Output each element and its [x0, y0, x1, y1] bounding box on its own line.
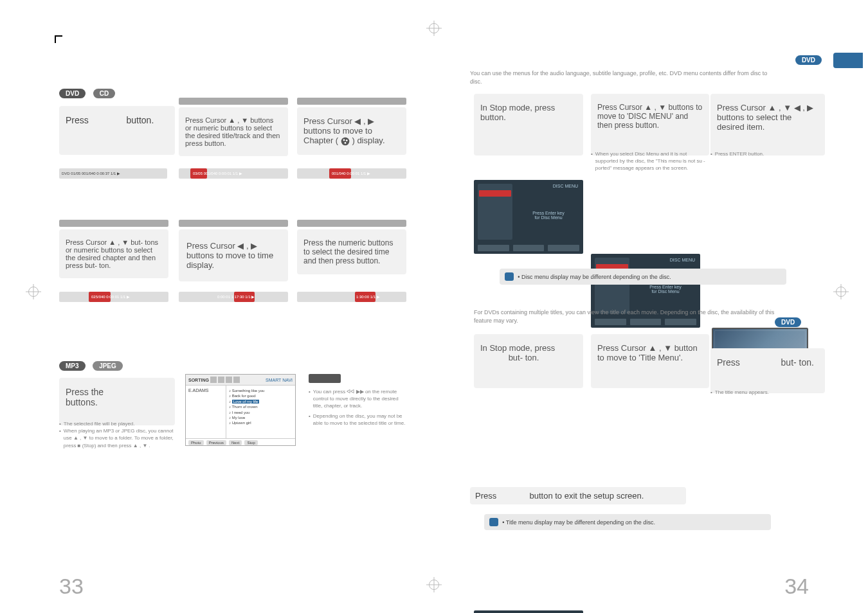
browser-songs: ♪ Something like you ♪ Back for good ♪ L… — [226, 386, 295, 438]
step5-box: Press Cursor ◀ , ▶ buttons to move to ti… — [179, 229, 288, 281]
notice-titlemenu: • Title menu display may be different de… — [484, 514, 771, 530]
title-intro: For DVDs containing multiple titles, you… — [474, 308, 776, 324]
step4-header — [59, 220, 168, 227]
osd-strip-4: 025/040 0:00:01 1/1 ▶ — [59, 292, 168, 302]
step6-header — [297, 220, 406, 227]
remote-notes: •You can press ᐊᐊ ▶▶ on the remote contr… — [309, 374, 408, 427]
t-step3b: •The title menu appears. — [710, 389, 813, 396]
step1-box: Press button. — [59, 106, 175, 155]
mp3-pre: Press the — [66, 387, 104, 397]
osd-strip-5: 0:00:01 1:17:30 1/1 ▶ — [179, 292, 288, 302]
r-step1-box: In Stop mode, press button. — [474, 94, 583, 155]
osd-strip-3: 001/040 0:00:01 1/1 ▶ — [297, 168, 406, 179]
file-browser: SORTING SMART NAVI E.ADAMS ♪ Something l… — [185, 374, 296, 446]
step2-header — [179, 98, 288, 105]
mp3-step-box: Press the buttons. — [59, 378, 175, 425]
section-tab — [833, 53, 863, 68]
media-pills: DVD CD — [59, 89, 115, 98]
exit-box: Press button to exit the setup screen. — [470, 487, 686, 504]
r-step3b: •Press ENTER button. — [710, 150, 813, 157]
svg-point-1 — [343, 139, 345, 141]
t-step3-box: Press but- ton. — [710, 348, 825, 393]
step6-box: Press the numeric buttons to select the … — [297, 229, 406, 274]
osd-strip-1: DVD 01/05 001/040 0:00:37 1/1 ▶ — [59, 168, 167, 179]
svg-point-2 — [346, 139, 348, 141]
step3-post: ) display. — [352, 136, 384, 145]
pill-dvd-top: DVD — [795, 55, 822, 65]
t-step2-box: Press Cursor ▲ , ▼ button to move to 'Ti… — [591, 334, 709, 388]
osd-titlemenu-1: DISC MENU Press Enter keyfor Title Menu — [474, 610, 583, 613]
chapter-icon — [341, 136, 352, 145]
pill-dvd: DVD — [59, 89, 86, 98]
note-tag-2 — [489, 518, 498, 526]
r-step2b: •When you select Disc Menu and it is not… — [591, 150, 710, 172]
browser-artist: E.ADAMS — [186, 386, 226, 438]
pill-jpeg: JPEG — [93, 361, 123, 371]
remote-tag — [309, 374, 341, 383]
mp3-pills: MP3 JPEG — [59, 361, 123, 371]
step3-header — [297, 98, 406, 105]
page-34: DVD You can use the menus for the audio … — [434, 0, 868, 613]
browser-nav: SMART NAVI — [266, 378, 293, 382]
step2-box: Press Cursor ▲ , ▼ buttons or numeric bu… — [179, 107, 288, 156]
step3-box: Press Cursor ◀ , ▶ buttons to move to Ch… — [297, 107, 406, 155]
page-number-34: 34 — [784, 574, 809, 599]
svg-point-3 — [344, 142, 346, 144]
osd-strip-2: 03/05 001/040 0:00:01 1/1 ▶ — [179, 168, 288, 179]
svg-point-0 — [341, 137, 350, 145]
osd-strip-6: 1:30:00 1/1 ▶ — [297, 292, 406, 302]
notice-discmenu: • Disc menu display may be different dep… — [500, 269, 786, 285]
r-step2-box: Press Cursor ▲ , ▼ buttons to move to 'D… — [591, 94, 709, 155]
step1-pre: Press — [66, 115, 89, 125]
page-33: DVD CD Press button. Press Cursor ▲ , ▼ … — [0, 0, 434, 613]
t-step1-box: In Stop mode, press but- ton. — [474, 334, 583, 388]
browser-sorting: SORTING — [188, 378, 209, 382]
intro-text: You can use the menus for the audio lang… — [470, 69, 779, 85]
step5-header — [179, 220, 288, 227]
step1-post: button. — [126, 115, 154, 125]
page-number-33: 33 — [59, 574, 84, 599]
pill-mp3: MP3 — [59, 361, 86, 371]
pill-cd: CD — [93, 89, 115, 98]
step4-box: Press Cursor ▲ , ▼ but- tons or numeric … — [59, 229, 168, 278]
pill-dvd-mid: DVD — [775, 317, 801, 327]
r-step3-box: Press Cursor ▲ , ▼ ◀ , ▶ buttons to sele… — [710, 94, 825, 155]
mp3-post: buttons. — [66, 397, 98, 407]
note-tag-1 — [505, 272, 514, 281]
osd-discmenu-1: DISC MENU Press Enter keyfor Disc Menu — [474, 180, 583, 254]
mp3-notes: •The selected file will be played. •When… — [59, 420, 177, 449]
